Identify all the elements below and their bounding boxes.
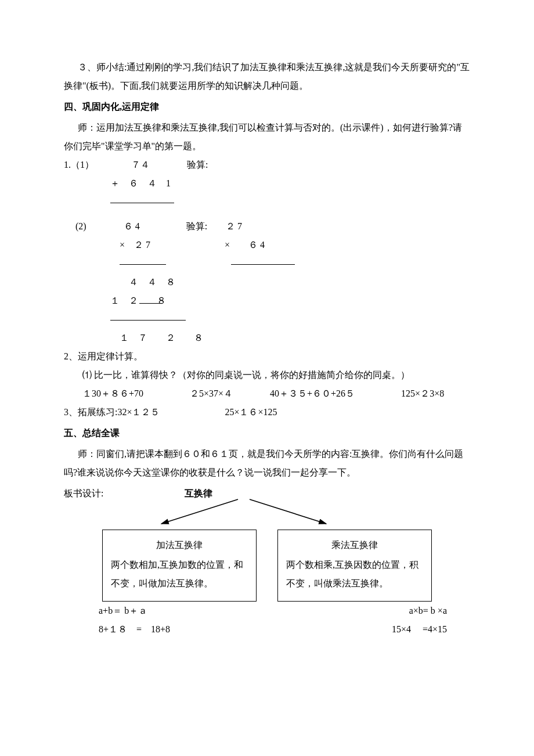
box-addition-law: 加法互换律 两个数相加,互换加数的位置，和不变，叫做加法互换律。 xyxy=(102,530,257,602)
summary-paragraph: ３、师小结:通过刚刚的学习,我们结识了加法互换律和乘法互换律,这就是我们今天所要… xyxy=(64,58,470,95)
exercise-3: 3、拓展练习:32×１２５ 25×１６×125 xyxy=(64,403,470,422)
svg-line-1 xyxy=(250,499,326,524)
calc-2-rule xyxy=(64,254,470,273)
box-multiplication-title: 乘法互换律 xyxy=(286,536,423,555)
calc-2-line-2: × ２ 7 × ６ 4 xyxy=(64,236,470,254)
formula-mul-example: 15×4 =4×15 xyxy=(392,620,447,639)
formula-mul-general: a×b= b ×a xyxy=(409,602,447,620)
calc-2-rule-2 xyxy=(64,310,470,329)
calc-1-rule xyxy=(64,193,470,211)
formula-add-example: 8+１８ = 18+8 xyxy=(99,620,170,639)
section-5-heading: 五、总结全课 xyxy=(64,424,470,442)
box-addition-body: 两个数相加,互换加数的位置，和不变，叫做加法互换律。 xyxy=(111,556,248,593)
calc-2-line-3: ４ ４ ８ xyxy=(64,273,470,291)
formula-row-1: a+b＝ b＋ａ a×b= b ×a xyxy=(64,602,470,620)
calc-2-line-4-text: １ ２ ８ xyxy=(64,296,166,305)
box-multiplication-body: 两个数相乘,互换因数的位置，积不变，叫做乘法互换律。 xyxy=(286,556,423,593)
arrows-svg xyxy=(64,497,470,528)
exercise-2-heading: 2、运用定律计算。 xyxy=(64,347,470,366)
teacher-instruction-1: 师：运用加法互换律和乘法互换律,我们可以检查计算与否对的。(出示课件)，如何进行… xyxy=(64,118,470,156)
calc-1-line-2: ＋ ６ ４ 1 xyxy=(64,174,470,193)
calc-2-line-1: (2) ６ 4 验算: ２ 7 xyxy=(64,217,470,236)
exercise-2-expressions: １30＋８６+70 ２5×37×４ 40＋３５+６０+26５ 125×２3×8 xyxy=(64,384,470,403)
svg-line-0 xyxy=(161,499,238,524)
exercise-2-sub1: ⑴ 比一比，谁算得快？（对你的同桌说一说，将你的好措施简介给你的同桌。） xyxy=(64,366,470,384)
calc-2-line-4: １ ２ ８ xyxy=(64,291,470,310)
formula-row-2: 8+１８ = 18+8 15×4 =4×15 xyxy=(64,620,470,639)
box-multiplication-law: 乘法互换律 两个数相乘,互换因数的位置，积不变，叫做乘法互换律。 xyxy=(277,530,432,602)
spacer xyxy=(64,211,470,217)
box-addition-title: 加法互换律 xyxy=(111,536,248,555)
board-design: 板书设计: 互换律 加法互换律 两个数相加,互换加数的位置，和不变，叫做加法互换… xyxy=(64,484,470,602)
formula-add-general: a+b＝ b＋ａ xyxy=(99,602,147,620)
teacher-closing: 师：同窗们,请把课本翻到６０和６１页，就是我们今天所学的内容:互换律。你们尚有什… xyxy=(64,445,470,482)
calc-2-line-5: １ ７ ２ ８ xyxy=(64,329,470,347)
section-4-heading: 四、巩固内化,运用定律 xyxy=(64,98,470,116)
calc-1-line-1: 1.（1） ７４ 验算: xyxy=(64,156,470,174)
